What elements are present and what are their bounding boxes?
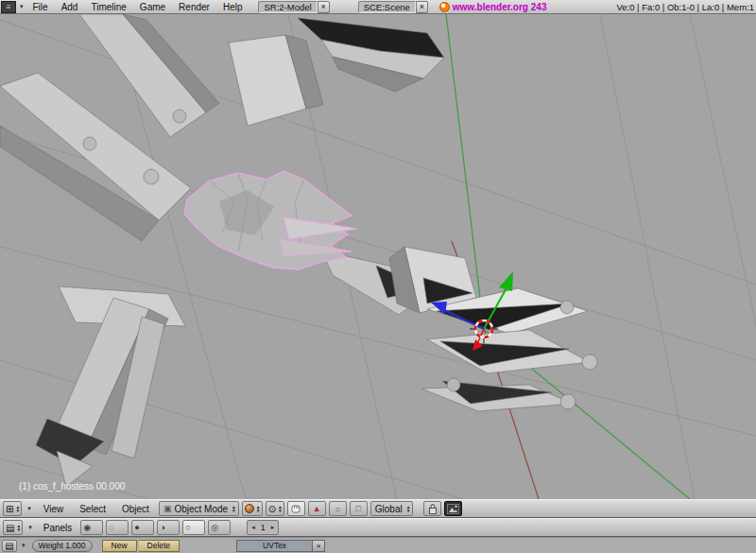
editing-context-button[interactable]: ○	[182, 520, 205, 535]
header-collapse-icon[interactable]: ▾	[25, 505, 34, 512]
lock-icon	[427, 503, 438, 515]
menu-render[interactable]: Render	[172, 2, 216, 12]
buttons-window-icon: ▤	[6, 523, 14, 533]
script-context-button[interactable]: ◌	[106, 520, 129, 535]
material-icon: ◑	[160, 523, 177, 532]
editor-type-button[interactable]: ⊞ ▴▾	[3, 501, 22, 516]
panel-tab-icon[interactable]: ▤	[2, 540, 17, 552]
lock-button[interactable]	[423, 501, 441, 516]
script-icon: ◌	[109, 523, 126, 532]
translate-manipulator-button[interactable]: ▲	[308, 501, 326, 516]
frame-number-value: 1	[261, 523, 266, 532]
scene-context-button[interactable]: ◎	[208, 520, 231, 535]
render-preview-button[interactable]	[444, 501, 462, 516]
scene-icon: ◎	[211, 523, 228, 532]
buttons-panel-area: ▤ ▾ Weight 1.000 New Delete UVTex ×	[0, 537, 756, 553]
mode-dropdown[interactable]: ▣ Object Mode ▴▾	[159, 501, 239, 516]
rotate-icon: ○	[335, 504, 340, 514]
vgroup-new-button[interactable]: New	[102, 540, 137, 552]
stepper-right-icon[interactable]: ▸	[271, 524, 275, 531]
object-info-label: (1) cos_f_hostess 00.000	[19, 481, 125, 492]
chevron-down-icon[interactable]: ▾	[19, 542, 28, 549]
logic-icon: ◉	[83, 523, 100, 532]
version-info: www.blender.org 243	[439, 2, 547, 12]
manipulator-hand-button[interactable]	[287, 501, 305, 516]
screen-selector[interactable]: SR:2-Model	[258, 1, 317, 13]
orientation-dropdown[interactable]: Global ▴▾	[370, 501, 414, 516]
updown-arrows-icon: ▴▾	[17, 524, 20, 532]
top-menu-bar: ≡ ▾ File Add Timeline Game Render Help S…	[0, 0, 756, 14]
uvtex-field[interactable]: UVTex ×	[236, 540, 325, 552]
menu-object[interactable]: Object	[115, 504, 156, 514]
stepper-left-icon[interactable]: ◂	[251, 524, 255, 531]
window-type-icon[interactable]: ≡	[1, 1, 16, 13]
scene-close-button[interactable]: ×	[416, 1, 428, 13]
updown-arrows-icon: ▴▾	[279, 505, 282, 513]
grid-icon: ⊞	[6, 504, 13, 514]
blender-window: ≡ ▾ File Add Timeline Game Render Help S…	[0, 0, 756, 553]
logic-context-button[interactable]: ◉	[80, 520, 103, 535]
vertex-weight-slider[interactable]: Weight 1.000	[32, 540, 93, 552]
selected-object	[184, 171, 357, 269]
panels-menu[interactable]: Panels	[38, 523, 78, 533]
scene-selector[interactable]: SCE:Scene	[358, 1, 416, 13]
updown-arrows-icon: ▴▾	[16, 505, 19, 513]
chevron-down-icon[interactable]: ▾	[17, 3, 26, 10]
3d-view-header: ⊞ ▴▾ ▾ View Select Object ▣ Object Mode …	[0, 499, 756, 518]
menu-file[interactable]: File	[26, 2, 55, 12]
pivot-dropdown[interactable]: ⊙ ▴▾	[266, 501, 284, 516]
buttons-window-header: ▤ ▴▾ ▾ Panels ◉ ◌ ● ◑ ○ ◎ ◂ 1 ▸	[0, 518, 756, 537]
pivot-icon: ⊙	[268, 504, 276, 514]
render-image-icon	[447, 504, 459, 514]
version-text: www.blender.org 243	[453, 2, 547, 12]
scale-icon: □	[356, 504, 361, 513]
blender-logo-icon	[439, 2, 450, 12]
updown-arrows-icon: ▴▾	[257, 505, 260, 513]
material-context-button[interactable]: ◑	[157, 520, 180, 535]
scene-stats: Ve:0 | Fa:0 | Ob:1-0 | La:0 | Mem:1	[616, 2, 756, 12]
menu-game[interactable]: Game	[133, 2, 172, 12]
shading-context-button[interactable]: ●	[131, 520, 154, 535]
screen-close-button[interactable]: ×	[318, 1, 330, 13]
editing-icon: ○	[185, 523, 202, 532]
menu-help[interactable]: Help	[216, 2, 249, 12]
shading-icon: ●	[134, 523, 151, 532]
object-mode-icon: ▣	[163, 504, 172, 513]
viewport-canvas[interactable]	[0, 14, 756, 499]
menu-select[interactable]: Select	[73, 504, 112, 514]
uvtex-name: UVTex	[237, 541, 312, 550]
updown-arrows-icon: ▴▾	[232, 505, 235, 513]
editor-type-button[interactable]: ▤ ▴▾	[3, 520, 23, 535]
draw-type-dropdown[interactable]: ▴▾	[242, 501, 263, 516]
menu-view[interactable]: View	[37, 504, 71, 514]
rotate-manipulator-button[interactable]: ○	[329, 501, 347, 516]
vgroup-delete-button[interactable]: Delete	[139, 540, 180, 552]
translate-icon: ▲	[313, 504, 321, 513]
3d-viewport[interactable]: (1) cos_f_hostess 00.000	[0, 14, 756, 499]
hand-icon	[290, 503, 301, 514]
scale-manipulator-button[interactable]: □	[350, 501, 368, 516]
frame-number-stepper[interactable]: ◂ 1 ▸	[247, 520, 279, 535]
menu-add[interactable]: Add	[55, 2, 85, 12]
menu-timeline[interactable]: Timeline	[84, 2, 132, 12]
axis-lines	[446, 14, 690, 499]
updown-arrows-icon: ▴▾	[407, 505, 410, 513]
uvtex-delete-button[interactable]: ×	[312, 541, 324, 551]
shading-sphere-icon	[245, 504, 254, 513]
header-collapse-icon[interactable]: ▾	[26, 524, 35, 531]
